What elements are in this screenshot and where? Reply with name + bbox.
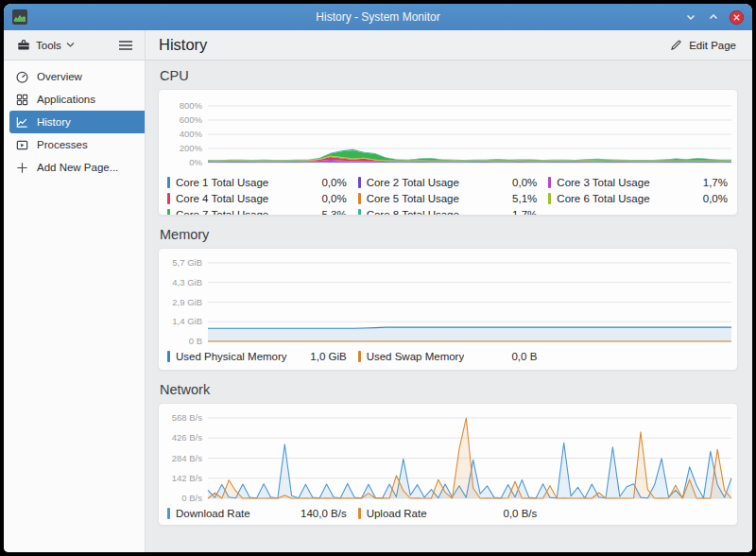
page-title: History <box>159 36 207 54</box>
legend-value: 0,0 B <box>511 351 541 362</box>
chevron-up-icon <box>708 11 719 23</box>
cpu-section-title: CPU <box>160 68 738 83</box>
legend-label: Core 2 Total Usage <box>367 177 459 188</box>
svg-text:0%: 0% <box>189 157 202 167</box>
header-bar: Tools History Edit Page <box>4 30 752 61</box>
legend-item: Download Rate140,0 B/s <box>167 505 351 521</box>
edit-page-button[interactable]: Edit Page <box>664 35 741 55</box>
legend-label: Core 6 Total Usage <box>557 193 649 204</box>
series-swatch <box>167 351 170 362</box>
content-scroll-area[interactable]: CPU 800%600%400%200%0% Core 1 Total Usag… <box>146 61 752 552</box>
cpu-chart: 800%600%400%200%0% <box>159 90 735 173</box>
legend-label: Core 8 Total Usage <box>367 209 459 216</box>
legend-value: 5,3% <box>321 209 350 216</box>
chevron-down-icon <box>685 11 696 23</box>
legend-item: Core 4 Total Usage0,0% <box>167 190 351 206</box>
plus-icon <box>15 161 29 175</box>
close-button[interactable] <box>726 7 747 27</box>
minimize-button[interactable] <box>680 7 701 27</box>
series-swatch <box>167 177 170 188</box>
legend-label: Used Physical Memory <box>176 351 287 362</box>
series-swatch <box>548 177 551 188</box>
legend-item: Used Physical Memory1,0 GiB <box>167 348 351 364</box>
cpu-legend: Core 1 Total Usage0,0% Core 2 Total Usag… <box>159 173 737 216</box>
legend-item: Core 8 Total Usage1,7% <box>358 207 541 216</box>
window-title: History - System Monitor <box>4 10 752 24</box>
maximize-button[interactable] <box>703 7 724 27</box>
sidebar: Overview Applications Hi <box>4 61 146 552</box>
legend-value: 5,1% <box>512 193 541 204</box>
tools-button-label: Tools <box>36 40 61 51</box>
sidebar-item-add-new-page[interactable]: Add New Page... <box>9 156 145 179</box>
svg-text:600%: 600% <box>180 114 203 125</box>
legend-label: Core 5 Total Usage <box>367 193 459 204</box>
network-section: Network 568 B/s426 B/s284 B/s142 B/s0 B/… <box>158 382 738 526</box>
svg-text:142 B/s: 142 B/s <box>172 473 202 483</box>
sidebar-item-label: Overview <box>37 71 82 82</box>
legend-label: Core 1 Total Usage <box>176 177 268 188</box>
cpu-section: CPU 800%600%400%200%0% Core 1 Total Usag… <box>158 68 738 216</box>
memory-chart: 5,7 GiB4,3 GiB2,9 GiB1,4 GiB0 B <box>159 249 735 347</box>
memory-legend: Used Physical Memory1,0 GiB Used Swap Me… <box>159 347 737 364</box>
titlebar[interactable]: History - System Monitor <box>4 4 752 30</box>
legend-value: 1,0 GiB <box>310 351 350 362</box>
memory-section: Memory 5,7 GiB4,3 GiB2,9 GiB1,4 GiB0 B U… <box>158 227 738 371</box>
legend-item: Core 2 Total Usage0,0% <box>358 174 541 190</box>
legend-value: 0,0% <box>321 177 350 188</box>
svg-text:0 B: 0 B <box>189 336 202 346</box>
pencil-icon <box>669 38 683 52</box>
legend-value: 140,0 B/s <box>301 508 351 519</box>
legend-item: Core 6 Total Usage0,0% <box>548 190 731 206</box>
legend-label: Core 7 Total Usage <box>176 209 268 216</box>
sidebar-item-label: History <box>37 116 71 128</box>
toolbox-icon <box>16 38 31 53</box>
svg-text:5,7 GiB: 5,7 GiB <box>172 257 202 268</box>
app-window: History - System Monitor <box>4 4 752 552</box>
sidebar-item-overview[interactable]: Overview <box>9 65 145 88</box>
legend-label: Core 3 Total Usage <box>557 177 649 188</box>
legend-item: Core 1 Total Usage0,0% <box>167 174 351 190</box>
series-swatch <box>358 508 361 519</box>
window-controls <box>680 7 747 27</box>
close-x-icon <box>729 9 745 26</box>
svg-text:568 B/s: 568 B/s <box>172 412 202 423</box>
app-icon <box>11 9 28 26</box>
svg-text:2,9 GiB: 2,9 GiB <box>172 297 202 307</box>
network-section-title: Network <box>160 382 738 397</box>
series-swatch <box>358 193 361 204</box>
sidebar-item-label: Applications <box>37 94 95 105</box>
legend-value: 0,0% <box>512 177 541 188</box>
history-chart-icon <box>15 115 29 130</box>
memory-card: 5,7 GiB4,3 GiB2,9 GiB1,4 GiB0 B Used Phy… <box>158 248 738 371</box>
gauge-icon <box>15 70 29 84</box>
menu-button[interactable] <box>116 37 135 54</box>
legend-value: 0,0% <box>321 193 350 204</box>
legend-item: Upload Rate0,0 B/s <box>358 505 541 521</box>
legend-item: Used Swap Memory0,0 B <box>358 348 541 364</box>
legend-value: 0,0% <box>703 193 731 204</box>
page-header: History Edit Page <box>146 30 752 60</box>
legend-item: Core 3 Total Usage1,7% <box>548 174 731 190</box>
legend-label: Used Swap Memory <box>367 351 465 362</box>
app-grid-icon <box>15 93 29 107</box>
series-swatch <box>358 209 361 216</box>
app-body: Overview Applications Hi <box>4 61 752 552</box>
tools-button[interactable]: Tools <box>13 36 77 55</box>
svg-text:284 B/s: 284 B/s <box>172 453 202 463</box>
svg-text:0 B/s: 0 B/s <box>181 493 202 503</box>
sidebar-header: Tools <box>4 30 146 60</box>
svg-text:4,3 GiB: 4,3 GiB <box>172 277 202 287</box>
legend-value: 1,7% <box>703 177 731 188</box>
processes-icon <box>15 138 29 152</box>
series-swatch <box>358 177 361 188</box>
legend-value: 0,0 B/s <box>504 508 541 519</box>
sidebar-item-processes[interactable]: Processes <box>9 133 145 156</box>
cpu-card: 800%600%400%200%0% Core 1 Total Usage0,0… <box>158 89 738 216</box>
svg-text:200%: 200% <box>180 143 203 153</box>
svg-text:426 B/s: 426 B/s <box>172 432 202 443</box>
sidebar-item-history[interactable]: History <box>9 111 145 133</box>
legend-item: Core 7 Total Usage5,3% <box>167 207 351 216</box>
sidebar-item-applications[interactable]: Applications <box>9 88 145 111</box>
memory-section-title: Memory <box>160 227 738 242</box>
legend-label: Core 4 Total Usage <box>176 193 268 204</box>
